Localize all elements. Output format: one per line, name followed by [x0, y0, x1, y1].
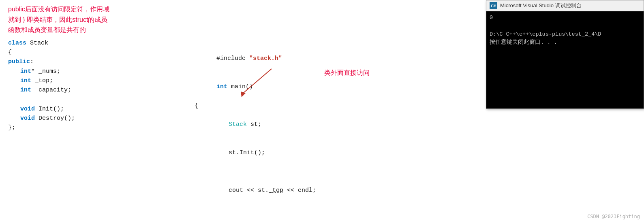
right-panel: C# Microsoft Visual Studio 调试控制台 0 D:\C …: [486, 0, 644, 121]
annotation-label: 类外面直接访问: [324, 69, 370, 77]
svg-line-0: [243, 69, 272, 93]
annotation-arrow: [239, 61, 328, 101]
code-line-capacity: int _capacity;: [8, 85, 178, 95]
mid-cout: cout << st._top << endl;: [195, 176, 405, 205]
console-output-0: 0: [490, 14, 640, 22]
class-name: Stack: [26, 40, 48, 47]
kw-class: class: [8, 40, 26, 47]
mid-stack-st: Stack st;: [195, 110, 405, 139]
annotation-text: public后面没有访问限定符，作用域 就到 } 即类结束，因此struct的成…: [8, 4, 178, 35]
console-path-line: D:\C C++\c++\cplus-plus\test_2_4\D: [490, 30, 640, 38]
code-line-class: class Stack: [8, 38, 178, 48]
left-panel: public后面没有访问限定符，作用域 就到 } 即类结束，因此struct的成…: [0, 0, 186, 221]
mid-return: return 0;: [195, 214, 405, 221]
code-line-public: public:: [8, 57, 178, 66]
console-press-line: 按任意键关闭此窗口. . .: [490, 38, 640, 47]
watermark: CSDN @2023Fighting: [587, 214, 640, 219]
console-icon: C#: [490, 2, 497, 9]
mid-brace-open: {: [195, 101, 405, 110]
console-body: 0 D:\C C++\c++\cplus-plus\test_2_4\D 按任意…: [486, 11, 644, 108]
mid-st-init: st.Init();: [195, 139, 405, 167]
mid-blank2: [195, 204, 405, 214]
middle-panel: #include "stack.h" int main() { Stack st…: [186, 0, 413, 221]
code-line-init: void Init();: [8, 104, 178, 114]
code-line-blank1: [8, 95, 178, 104]
annotation-line3: 函数和成员变量都是共有的: [8, 25, 178, 35]
console-titlebar: C# Microsoft Visual Studio 调试控制台: [486, 0, 644, 11]
console-output-blank: [490, 22, 640, 30]
annotation-line2: 就到 } 即类结束，因此struct的成员: [8, 15, 178, 25]
code-line-brace-close: };: [8, 123, 178, 132]
svg-marker-1: [241, 91, 246, 97]
code-line-top: int _top;: [8, 76, 178, 85]
console-title: Microsoft Visual Studio 调试控制台: [500, 2, 582, 9]
annotation-line1: public后面没有访问限定符，作用域: [8, 4, 178, 15]
code-line-destroy: void Destroy();: [8, 114, 178, 123]
code-line-brace-open: {: [8, 48, 178, 57]
console-window: C# Microsoft Visual Studio 调试控制台 0 D:\C …: [486, 0, 644, 109]
mid-blank1: [195, 167, 405, 176]
code-line-nums: int* _nums;: [8, 67, 178, 76]
left-code-block: class Stack { public: int* _nums; int _t…: [8, 38, 178, 133]
